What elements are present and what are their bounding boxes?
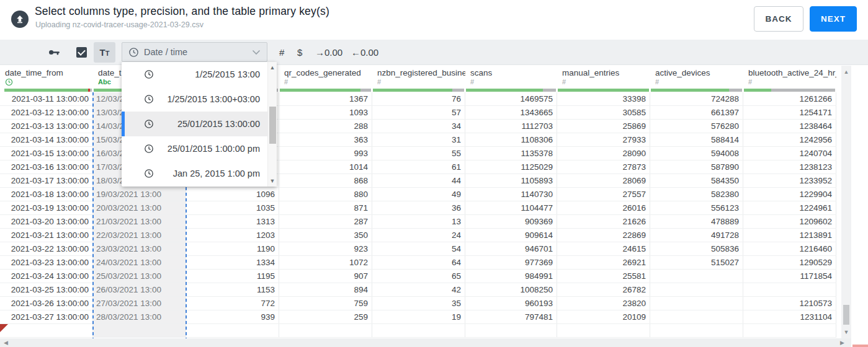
table-cell: 27/03/2021 13:00 — [93, 297, 186, 310]
clock-icon — [144, 119, 154, 129]
table-cell: 880 — [279, 188, 372, 201]
table-cell: 25/03/2021 13:00 — [93, 270, 186, 283]
number-type-label: # — [655, 78, 659, 86]
table-cell: 1153 — [186, 283, 279, 296]
vertical-scrollbar-thumb[interactable] — [843, 305, 849, 325]
primary-key-button[interactable] — [48, 40, 62, 65]
table-cell — [372, 324, 465, 337]
table-cell: 35 — [372, 297, 465, 310]
decrease-decimal-button[interactable]: ←0.00 — [351, 40, 378, 65]
table-cell: 909369 — [465, 215, 557, 228]
table-cell: 31 — [372, 133, 465, 146]
column-name: scans — [470, 68, 492, 77]
table-cell — [650, 310, 743, 323]
scroll-left-icon[interactable]: ◀ — [4, 338, 8, 347]
increase-decimal-button[interactable]: →0.00 — [315, 40, 342, 65]
table-row: 2021-03-27 13:00:0028/03/2021 13:0093925… — [0, 310, 836, 324]
dropdown-item[interactable]: 25/01/2015 1:00:00 pm — [122, 136, 277, 161]
page-subtitle: Uploading nz-covid-tracer-usage-2021-03-… — [35, 20, 204, 29]
table-cell: 1190 — [186, 242, 279, 255]
dropdown-item-label: Jan 25, 2015 1:00 pm — [173, 161, 260, 186]
table-cell: 23/03/2021 13:00 — [93, 242, 186, 255]
column-header-active_devices[interactable]: active_devices# — [650, 65, 743, 89]
table-cell: 587890 — [650, 160, 743, 174]
dropdown-scrollbar[interactable]: ▲ ▼ — [267, 62, 277, 187]
column-quality-bar — [558, 89, 649, 92]
clock-icon — [128, 47, 139, 58]
table-cell: 13 — [372, 215, 465, 228]
table-cell: 909614 — [465, 229, 557, 242]
column-header-scans[interactable]: scans# — [465, 65, 557, 89]
table-cell: 2021-03-14 13:00:00 — [0, 133, 93, 146]
column-header-bluetooth_active_24_hr_[interactable]: bluetooth_active_24_hr_# — [743, 65, 836, 89]
clock-icon — [144, 69, 154, 79]
dropdown-item[interactable]: Jan 25, 2015 1:00 pm — [122, 161, 277, 186]
table-cell: 24615 — [557, 242, 650, 255]
dropdown-scrollbar-thumb[interactable] — [269, 107, 276, 144]
table-cell: 1195 — [186, 270, 279, 283]
currency-type-button[interactable]: $ — [297, 40, 302, 65]
table-cell: 26782 — [557, 283, 650, 296]
table-cell: 1242956 — [743, 133, 836, 146]
table-cell: 2021-03-24 13:00:00 — [0, 270, 93, 283]
table-cell — [0, 324, 93, 337]
table-cell: 1093 — [279, 106, 372, 119]
column-header-nzbn_registered_busine[interactable]: nzbn_registered_busine# — [372, 65, 465, 89]
table-row: 2021-03-25 13:00:0026/03/2021 13:0011538… — [0, 283, 836, 297]
column-header-date_time_from[interactable]: date_time_from — [0, 65, 93, 89]
table-cell: 36 — [372, 201, 465, 214]
integer-type-button[interactable]: # — [279, 40, 284, 65]
table-cell: 1171854 — [743, 270, 836, 283]
table-cell: 49 — [372, 188, 465, 201]
horizontal-scrollbar[interactable]: ◀ ▶ — [0, 338, 851, 347]
table-cell: 772 — [186, 297, 279, 310]
table-cell: 1112703 — [465, 120, 557, 133]
table-cell: 2021-03-22 13:00:00 — [0, 242, 93, 255]
table-row: 2021-03-24 13:00:0025/03/2021 13:0011959… — [0, 270, 836, 283]
table-cell: 2021-03-15 13:00:00 — [0, 147, 93, 160]
table-cell: 288 — [279, 120, 372, 133]
column-name: manual_entries — [562, 68, 619, 77]
column-header-manual_entries[interactable]: manual_entries# — [557, 65, 650, 89]
dropdown-item[interactable]: 1/25/2015 13:00+03:00 — [122, 87, 277, 112]
table-cell: 42 — [372, 283, 465, 296]
table-cell — [465, 324, 557, 337]
checkbox-checked[interactable] — [76, 47, 87, 58]
table-cell: 871 — [279, 201, 372, 214]
column-header-qr_codes_generated[interactable]: qr_codes_generated# — [279, 65, 372, 89]
table-cell: 576280 — [650, 120, 743, 133]
table-cell: 23820 — [557, 297, 650, 310]
scroll-up-icon[interactable]: ▲ — [268, 64, 277, 71]
table-cell: 2021-03-26 13:00:00 — [0, 297, 93, 310]
table-cell: 1290529 — [743, 256, 836, 269]
dropdown-item[interactable]: 1/25/2015 13:00 — [122, 62, 277, 87]
table-cell — [186, 324, 279, 337]
dropdown-item-label: 1/25/2015 13:00+03:00 — [167, 87, 260, 112]
table-cell: 27557 — [557, 188, 650, 201]
dropdown-item[interactable]: 25/01/2015 13:00:00 — [122, 112, 277, 136]
table-cell: 19 — [372, 310, 465, 323]
table-cell: 491728 — [650, 229, 743, 242]
scroll-down-icon[interactable]: ▼ — [841, 329, 851, 335]
scroll-up-icon[interactable]: ▲ — [841, 69, 851, 75]
vertical-scrollbar[interactable]: ▲ ▼ — [841, 66, 851, 338]
row-error-marker — [0, 324, 8, 332]
table-cell: 946701 — [465, 242, 557, 255]
table-row: 2021-03-20 13:00:0021/03/2021 13:0013132… — [0, 215, 836, 229]
text-type-button[interactable]: Tt — [94, 42, 115, 63]
table-cell: 759 — [279, 297, 372, 310]
table-cell: 1254171 — [743, 106, 836, 119]
table-cell: 33398 — [557, 92, 650, 105]
table-cell: 505836 — [650, 242, 743, 255]
type-select-dropdown[interactable]: Date / time — [122, 42, 267, 62]
back-button[interactable]: BACK — [754, 6, 803, 32]
table-cell: 939 — [186, 310, 279, 323]
table-cell: 907 — [279, 270, 372, 283]
table-cell: 20109 — [557, 310, 650, 323]
next-button[interactable]: NEXT — [810, 6, 857, 32]
scroll-right-icon[interactable]: ▶ — [840, 338, 844, 347]
page-title: Select columns type, precision, and the … — [35, 5, 329, 18]
table-cell: 1334 — [186, 256, 279, 269]
scroll-down-icon[interactable]: ▼ — [268, 178, 277, 184]
clock-icon — [144, 94, 154, 104]
